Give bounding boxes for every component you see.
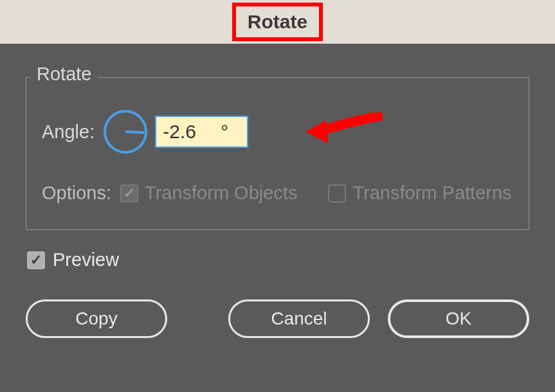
rotate-group-legend: Rotate bbox=[30, 64, 98, 85]
angle-dial[interactable] bbox=[104, 110, 147, 154]
angle-input-container[interactable]: ° bbox=[155, 116, 248, 148]
angle-row: Angle: ° bbox=[42, 110, 513, 154]
transform-objects-label: Transform Objects bbox=[145, 183, 297, 204]
transform-objects-option: Transform Objects bbox=[120, 183, 297, 204]
button-row: Copy Cancel OK bbox=[26, 299, 529, 338]
angle-dial-hand bbox=[125, 130, 144, 134]
cancel-button[interactable]: Cancel bbox=[228, 299, 370, 338]
rotate-group: Rotate Angle: ° Options: Transform Objec… bbox=[26, 77, 529, 230]
dialog-titlebar: Rotate bbox=[0, 0, 555, 44]
angle-input[interactable] bbox=[163, 121, 221, 143]
preview-label: Preview bbox=[53, 249, 119, 271]
transform-patterns-option: Transform Patterns bbox=[328, 183, 511, 204]
options-label: Options: bbox=[42, 183, 111, 204]
ok-button[interactable]: OK bbox=[388, 299, 529, 338]
degree-symbol: ° bbox=[221, 121, 228, 143]
preview-row: Preview bbox=[27, 249, 529, 271]
dialog-title: Rotate bbox=[248, 11, 307, 32]
transform-patterns-label: Transform Patterns bbox=[352, 183, 511, 204]
svg-marker-0 bbox=[305, 120, 328, 143]
transform-patterns-checkbox bbox=[328, 184, 346, 202]
dialog-content: Rotate Angle: ° Options: Transform Objec… bbox=[0, 44, 555, 357]
preview-checkbox[interactable] bbox=[27, 251, 45, 269]
title-highlight-annotation: Rotate bbox=[232, 3, 323, 41]
copy-button[interactable]: Copy bbox=[26, 299, 167, 338]
options-row: Options: Transform Objects Transform Pat… bbox=[42, 183, 513, 204]
angle-label: Angle: bbox=[42, 121, 95, 143]
transform-objects-checkbox bbox=[120, 184, 138, 202]
arrow-annotation-icon bbox=[305, 112, 383, 148]
